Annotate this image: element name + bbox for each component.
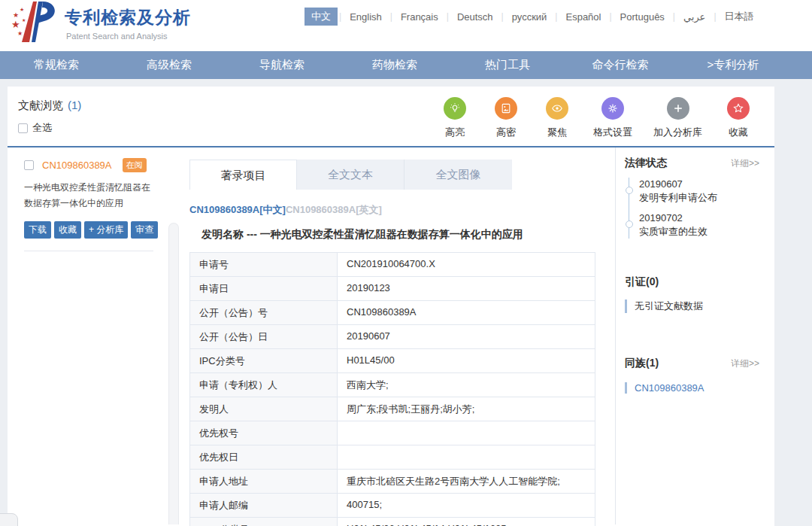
language-option-9[interactable]: 日本語 <box>718 8 761 26</box>
favorite-button[interactable]: 收藏 <box>54 221 81 239</box>
select-all[interactable]: 全选 <box>18 121 52 135</box>
result-patent-number[interactable]: CN109860389A <box>42 160 112 171</box>
nav-item-5[interactable]: 热门工具 <box>451 58 564 72</box>
svg-text:★: ★ <box>13 11 19 19</box>
toolbar-action-high-density[interactable]: 高密 <box>491 97 521 139</box>
toolbar-action-focus[interactable]: 聚焦 <box>542 97 572 139</box>
language-option-8[interactable]: عربي <box>677 9 712 25</box>
patent-field-row: 申请人地址重庆市北碚区天生路2号西南大学人人工智能学院; <box>189 470 595 494</box>
top-header: ★ ★ ★ ★ ★ 专利检索及分析 Patent Search and Anal… <box>0 0 812 51</box>
language-option-5[interactable]: русский <box>505 9 554 25</box>
card-divider <box>24 251 153 251</box>
legal-status-entry: 20190607发明专利申请公布 <box>639 178 759 205</box>
field-label: IPC分类号 <box>190 349 338 372</box>
nav-item-7[interactable]: >专利分析 <box>677 58 789 72</box>
field-value: 20190123 <box>338 277 595 300</box>
citation-title: 引证(0) <box>625 275 659 287</box>
eye-icon <box>546 97 568 120</box>
corner-widget[interactable] <box>0 513 18 526</box>
main-nav: 常规检索高级检索导航检索药物检索热门工具命令行检索>专利分析 <box>0 51 812 79</box>
language-separator: | <box>501 11 504 22</box>
toolbar-action-format-settings[interactable]: 格式设置 <box>593 97 632 139</box>
toolbar-action-label: 高密 <box>496 126 516 139</box>
legal-status-detail-link[interactable]: 详细>> <box>731 157 759 170</box>
language-option-3[interactable]: Français <box>394 9 445 25</box>
patent-field-row: 公开（公告）号CN109860389A <box>189 301 595 325</box>
language-option-4[interactable]: Deutsch <box>450 9 500 25</box>
language-separator: | <box>447 11 449 22</box>
site-logo[interactable]: ★ ★ ★ ★ ★ 专利检索及分析 Patent Search and Anal… <box>12 2 191 44</box>
nav-item-3[interactable]: 导航检索 <box>226 58 338 72</box>
content-row: CN109860389A 在阅 一种光电双控柔性蛋清忆阻器在数据存算一体化中的应… <box>8 147 774 524</box>
field-label: CPC分类号 <box>190 518 338 526</box>
bibliographic-table: 申请号CN201910064700.X申请日20190123公开（公告）号CN1… <box>189 252 595 526</box>
svg-text:★: ★ <box>12 19 20 30</box>
select-all-checkbox[interactable] <box>18 123 28 133</box>
language-separator: | <box>609 11 611 22</box>
tab-images[interactable]: 全文图像 <box>404 160 512 190</box>
add-to-analysis-button[interactable]: + 分析库 <box>84 221 128 239</box>
status-badge: 在阅 <box>123 158 147 172</box>
plus-icon <box>667 97 689 120</box>
language-option-1[interactable]: 中文 <box>304 8 338 26</box>
toolbar-action-label: 收藏 <box>729 126 748 139</box>
field-value: CN109860389A <box>338 301 595 324</box>
result-checkbox[interactable] <box>24 160 34 170</box>
legal-status-date: 20190607 <box>639 178 759 191</box>
browse-count: (1) <box>68 99 81 111</box>
family-title: 同族(1) <box>625 357 659 370</box>
language-bar: 中文|English|Français|Deutsch|русский|Espa… <box>304 8 761 26</box>
field-value: CN201910064700.X <box>338 253 595 276</box>
language-option-7[interactable]: Português <box>614 9 671 25</box>
legal-status-title: 法律状态 <box>625 157 667 170</box>
field-value: H01L45/00 <box>338 349 595 372</box>
invention-title: 发明名称 --- 一种光电双控柔性蛋清忆阻器在数据存算一体化中的应用 <box>189 228 607 242</box>
result-title[interactable]: 一种光电双控柔性蛋清忆阻器在数据存算一体化中的应用 <box>24 180 153 211</box>
patent-field-row: 发明人周广东;段书凯;王丽丹;胡小芳; <box>189 397 595 421</box>
field-label: 申请（专利权）人 <box>190 373 338 397</box>
toolbar-action-favorite[interactable]: 收藏 <box>723 97 753 139</box>
toolbar-action-highlight[interactable]: 高亮 <box>440 97 470 139</box>
toolbar-actions: 高亮高密聚焦格式设置加入分析库收藏 <box>440 97 753 139</box>
field-label: 优先权号 <box>190 421 338 445</box>
field-label: 公开（公告）日 <box>190 325 338 348</box>
svg-text:★: ★ <box>17 30 23 37</box>
family-detail-link[interactable]: 详细>> <box>731 357 759 370</box>
field-value <box>338 445 595 469</box>
doc-link-chinese[interactable]: CN109860389A[中文] <box>189 204 286 215</box>
field-value: 西南大学; <box>338 373 595 397</box>
field-value: 重庆市北碚区天生路2号西南大学人人工智能学院; <box>338 470 595 493</box>
download-button[interactable]: 下载 <box>24 221 51 239</box>
tab-bibliographic[interactable]: 著录项目 <box>189 160 297 190</box>
main-container: 文献浏览(1) 全选 高亮高密聚焦格式设置加入分析库收藏 CN109860389… <box>8 87 774 526</box>
gear-icon <box>601 97 624 120</box>
results-scrollbar[interactable] <box>168 223 179 524</box>
result-card-header: CN109860389A 在阅 <box>24 158 164 172</box>
examine-button[interactable]: 审查 <box>131 221 158 239</box>
legal-status-event: 实质审查的生效 <box>639 225 759 239</box>
doc-link-english[interactable]: CN109860389A[英文] <box>286 204 382 215</box>
language-separator: | <box>714 11 716 22</box>
patent-field-row: IPC分类号H01L45/00 <box>189 349 595 373</box>
field-value: 周广东;段书凯;王丽丹;胡小芳; <box>338 397 595 421</box>
patent-field-row: 优先权日 <box>189 445 595 470</box>
toolbar-action-add-to-analysis[interactable]: 加入分析库 <box>653 97 702 139</box>
family-patent-link[interactable]: CN109860389A <box>625 382 759 394</box>
toolbar-action-label: 高亮 <box>445 126 465 139</box>
field-label: 优先权日 <box>190 445 338 469</box>
document-icon <box>495 97 517 120</box>
nav-item-1[interactable]: 常规检索 <box>0 58 113 72</box>
toolbar-strip: 文献浏览(1) 全选 高亮高密聚焦格式设置加入分析库收藏 <box>8 87 774 147</box>
language-option-2[interactable]: English <box>343 9 389 25</box>
language-option-6[interactable]: Español <box>559 9 607 25</box>
legal-status-event: 发明专利申请公布 <box>639 191 759 205</box>
nav-item-2[interactable]: 高级检索 <box>113 58 226 72</box>
patent-field-row: 申请日20190123 <box>189 277 595 301</box>
field-value: H01L45/06;H01L45/14;H01L45/1625; <box>338 518 595 526</box>
nav-item-6[interactable]: 命令行检索 <box>564 58 677 72</box>
tab-fulltext[interactable]: 全文文本 <box>297 160 404 190</box>
legal-status-entry: 20190702实质审查的生效 <box>639 211 759 239</box>
language-separator: | <box>673 11 675 22</box>
patent-field-row: 申请人邮编400715; <box>189 494 595 518</box>
nav-item-4[interactable]: 药物检索 <box>338 58 451 72</box>
